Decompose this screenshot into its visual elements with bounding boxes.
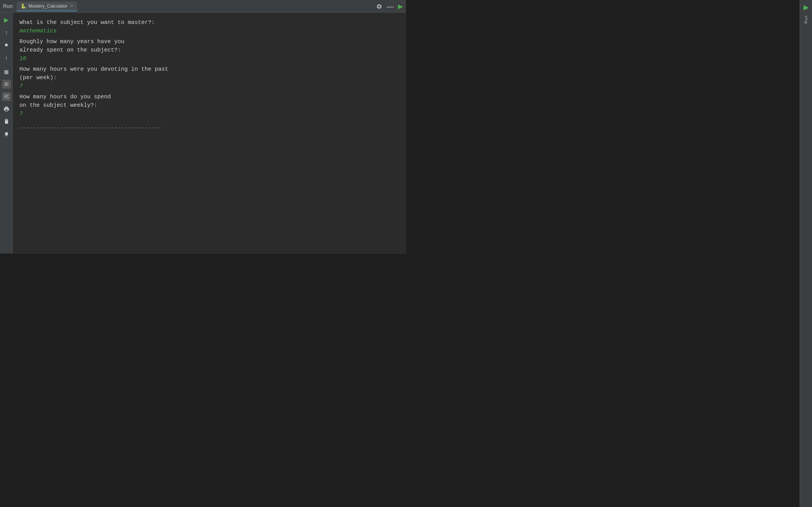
play-icon: ▶ xyxy=(4,16,9,24)
console-output: What is the subject you want to master?:… xyxy=(13,13,393,253)
stop-icon: ■ xyxy=(5,42,8,48)
minimize-button[interactable]: — xyxy=(387,3,394,10)
prompt-line-3: How many hours were you devoting in the … xyxy=(19,65,387,82)
scroll-up-button[interactable]: ↑ xyxy=(2,28,11,37)
left-sidebar: ▶ ↑ ■ ↓ ▦ xyxy=(0,13,13,253)
input-value-1: mathematics xyxy=(19,27,387,35)
input-value-4: 7 xyxy=(19,110,387,118)
layout-icon: ▦ xyxy=(4,69,9,75)
prompt-line-1: What is the subject you want to master?: xyxy=(19,18,387,27)
divider: ----------------------------------------… xyxy=(19,125,387,131)
print-button[interactable] xyxy=(2,105,11,114)
play-icon-header: ▶ xyxy=(398,3,403,10)
pin-button[interactable] xyxy=(2,130,11,139)
wrap-button[interactable] xyxy=(2,80,11,89)
tab-title: Mastery_Calculator xyxy=(29,4,67,9)
tab-close-button[interactable]: × xyxy=(71,4,73,8)
input-value-2: 10 xyxy=(19,54,387,63)
wrap-icon xyxy=(3,81,10,87)
python-icon: 🐍 xyxy=(20,3,26,9)
window: Run: 🐍 Mastery_Calculator × — ▶ ▶ xyxy=(0,0,406,253)
print-icon xyxy=(3,106,10,112)
main-area: ▶ ↑ ■ ↓ ▦ xyxy=(0,13,406,253)
delete-button[interactable] xyxy=(2,117,11,126)
tab[interactable]: 🐍 Mastery_Calculator × xyxy=(17,2,77,11)
sort-icon xyxy=(3,94,10,100)
run-label: Run: xyxy=(3,3,14,9)
sort-button[interactable] xyxy=(2,92,11,101)
up-arrow-icon: ↑ xyxy=(5,29,8,36)
scroll-down-button[interactable]: ↓ xyxy=(2,53,11,62)
play-sidebar-button[interactable]: ▶ xyxy=(2,15,11,24)
gear-icon xyxy=(376,3,382,10)
trash-icon xyxy=(3,118,10,124)
minimize-icon: — xyxy=(387,3,394,10)
down-arrow-icon: ↓ xyxy=(5,54,8,61)
prompt-line-4: How many hours do you spend on the subje… xyxy=(19,93,387,110)
titlebar: Run: 🐍 Mastery_Calculator × — ▶ xyxy=(0,0,406,13)
settings-button[interactable] xyxy=(376,3,382,10)
input-value-3: 7 xyxy=(19,82,387,91)
pin-icon xyxy=(3,132,10,138)
layout-button[interactable]: ▦ xyxy=(2,67,11,76)
prompt-line-2: Roughly how many years have you already … xyxy=(19,38,387,54)
run-button-header[interactable]: ▶ xyxy=(398,3,403,10)
stop-button[interactable]: ■ xyxy=(2,40,11,49)
titlebar-actions: — ▶ xyxy=(376,3,403,10)
